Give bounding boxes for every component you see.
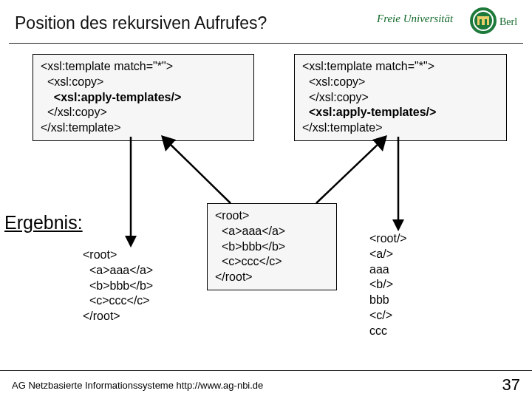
code-line: </root> bbox=[215, 270, 253, 283]
code-line: <root> bbox=[83, 248, 117, 261]
svg-rect-5 bbox=[485, 19, 487, 25]
code-line-emph: <xsl:apply-templates/> bbox=[41, 91, 181, 103]
svg-marker-11 bbox=[161, 135, 176, 151]
result-label: Ergebnis: bbox=[4, 212, 83, 233]
svg-marker-13 bbox=[372, 135, 387, 151]
code-line: <xsl:copy> bbox=[302, 75, 365, 88]
code-line: <b>bbb</b> bbox=[215, 240, 285, 253]
footer: AG Netzbasierte Informationssysteme http… bbox=[0, 370, 532, 399]
arrow-down-right bbox=[389, 137, 407, 231]
code-line: <c/> bbox=[369, 309, 392, 321]
output-right: <root/> <a/> aaa <b/> bbb <c/> ccc bbox=[369, 231, 407, 339]
logo-text-side: Berlin bbox=[499, 16, 517, 27]
page-number: 37 bbox=[502, 375, 520, 395]
code-line: <xsl:template match="*"> bbox=[41, 60, 173, 72]
output-left: <root> <a>aaa</a> <b>bbb</b> <c>ccc</c> … bbox=[83, 248, 153, 324]
code-line: <a/> bbox=[369, 248, 393, 260]
code-line: <xsl:template match="*"> bbox=[302, 60, 434, 72]
code-line: ccc bbox=[369, 324, 387, 337]
svg-rect-3 bbox=[477, 16, 489, 25]
code-line: aaa bbox=[369, 263, 389, 276]
code-line: <c>ccc</c> bbox=[83, 294, 150, 307]
svg-marker-9 bbox=[392, 219, 404, 231]
code-line: <xsl:copy> bbox=[41, 75, 103, 88]
arrow-input-left bbox=[157, 132, 238, 206]
code-box-left: <xsl:template match="*"> <xsl:copy> <xsl… bbox=[33, 54, 254, 141]
input-box: <root> <a>aaa</a> <b>bbb</b> <c>ccc</c> … bbox=[207, 203, 337, 290]
code-line: </xsl:copy> bbox=[41, 106, 107, 118]
code-line: </root> bbox=[83, 310, 120, 322]
logo-text-top: Freie Universität bbox=[377, 13, 454, 24]
arrow-down-left bbox=[122, 137, 140, 248]
svg-rect-4 bbox=[480, 19, 482, 25]
code-line: <a>aaa</a> bbox=[215, 225, 285, 237]
code-line: <root> bbox=[215, 209, 249, 222]
code-line: bbb bbox=[369, 293, 389, 306]
code-line: <root/> bbox=[369, 232, 407, 245]
svg-line-10 bbox=[167, 141, 231, 203]
svg-marker-7 bbox=[125, 236, 137, 248]
arrow-input-right bbox=[310, 132, 392, 206]
code-line: <a>aaa</a> bbox=[83, 264, 153, 276]
code-box-right: <xsl:template match="*"> <xsl:copy> </xs… bbox=[294, 54, 507, 141]
code-line: <c>ccc</c> bbox=[215, 255, 282, 267]
svg-line-12 bbox=[316, 141, 381, 203]
university-logo: Freie Universität Berlin bbox=[377, 6, 517, 40]
code-line: </xsl:template> bbox=[41, 121, 121, 134]
footer-text: AG Netzbasierte Informationssysteme http… bbox=[12, 380, 263, 391]
code-line: <b/> bbox=[369, 278, 393, 290]
slide-title: Position des rekursiven Aufrufes? bbox=[15, 13, 267, 33]
code-line: </xsl:copy> bbox=[302, 91, 369, 103]
code-line: <b>bbb</b> bbox=[83, 279, 153, 292]
code-line-emph: <xsl:apply-templates/> bbox=[302, 106, 436, 118]
